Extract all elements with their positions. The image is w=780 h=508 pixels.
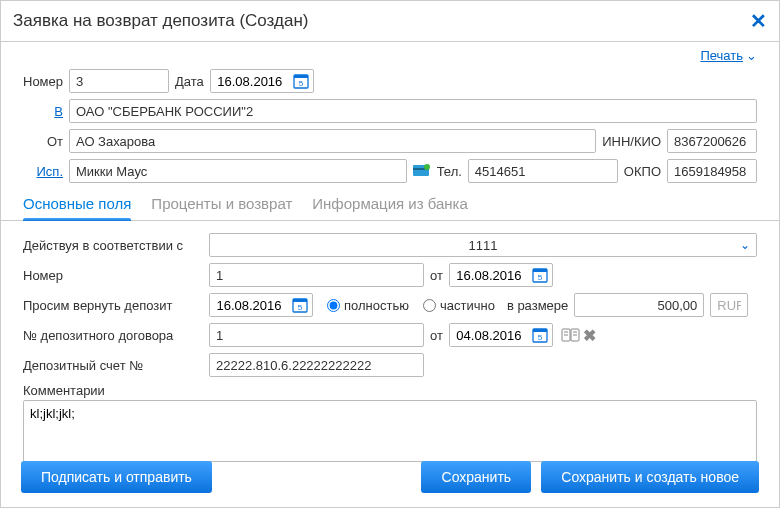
sign-send-button[interactable]: Подписать и отправить [21, 461, 212, 493]
svg-text:5: 5 [298, 303, 303, 312]
from-field [69, 129, 596, 153]
tel-label: Тел. [437, 164, 462, 179]
calendar-icon[interactable]: 5 [531, 326, 549, 344]
return-date-field[interactable] [210, 294, 288, 316]
clear-icon[interactable]: ✖ [583, 326, 596, 345]
acting-value: 1111 [469, 238, 498, 253]
dep-contract-label: № депозитного договора [23, 328, 203, 343]
contract-date-field[interactable] [450, 264, 528, 286]
lookup-icon[interactable] [561, 327, 581, 343]
calendar-icon[interactable]: 5 [531, 266, 549, 284]
innkio-label: ИНН/КИО [602, 134, 661, 149]
save-button[interactable]: Сохранить [421, 461, 531, 493]
from-label: От [23, 134, 63, 149]
close-icon[interactable]: ✕ [750, 9, 767, 33]
svg-point-5 [424, 164, 430, 170]
print-link[interactable]: Печать⌄ [700, 48, 757, 63]
return-date-wrap[interactable]: 5 [209, 293, 313, 317]
svg-text:5: 5 [538, 273, 543, 282]
svg-rect-7 [533, 269, 547, 272]
date-field[interactable] [211, 70, 289, 92]
number-label: Номер [23, 74, 63, 89]
titlebar: Заявка на возврат депозита (Создан) ✕ [1, 1, 779, 42]
okpo-field [667, 159, 757, 183]
comments-label: Комментарии [23, 383, 105, 398]
radio-partial[interactable] [423, 299, 436, 312]
action-bar: Подписать и отправить Сохранить Сохранит… [1, 449, 779, 507]
date-label: Дата [175, 74, 204, 89]
svg-rect-10 [293, 299, 307, 302]
card-icon[interactable] [413, 164, 431, 178]
svg-text:5: 5 [299, 79, 304, 88]
dep-contract-date-wrap[interactable]: 5 [449, 323, 553, 347]
currency-field [710, 293, 748, 317]
radio-full-label: полностью [344, 298, 409, 313]
tel-field[interactable] [468, 159, 618, 183]
number-field[interactable] [69, 69, 169, 93]
calendar-icon[interactable]: 5 [291, 296, 309, 314]
isp-field[interactable] [69, 159, 407, 183]
dep-account-field[interactable] [209, 353, 424, 377]
okpo-label: ОКПО [624, 164, 661, 179]
radio-partial-label: частично [440, 298, 495, 313]
window-title: Заявка на возврат депозита (Создан) [13, 11, 308, 31]
dialog-window: Заявка на возврат депозита (Создан) ✕ Пе… [0, 0, 780, 508]
tab-main[interactable]: Основные поля [23, 189, 131, 220]
to-label-link[interactable]: В [23, 104, 63, 119]
print-label: Печать [700, 48, 743, 63]
tab-content-main: Действуя в соответствии с 1111 ⌄ Номер о… [1, 221, 779, 465]
innkio-field [667, 129, 757, 153]
tab-bankinfo[interactable]: Информация из банка [312, 189, 468, 220]
contract-number-label: Номер [23, 268, 203, 283]
svg-text:5: 5 [538, 333, 543, 342]
ot-label-1: от [430, 268, 443, 283]
dep-contract-number-field[interactable] [209, 323, 424, 347]
dep-contract-date-field[interactable] [450, 324, 528, 346]
tab-percent[interactable]: Проценты и возврат [151, 189, 292, 220]
amount-label: в размере [507, 298, 568, 313]
calendar-icon[interactable]: 5 [292, 72, 310, 90]
date-field-wrap[interactable]: 5 [210, 69, 314, 93]
svg-rect-13 [533, 329, 547, 332]
dep-account-label: Депозитный счет № [23, 358, 203, 373]
radio-full[interactable] [327, 299, 340, 312]
svg-rect-1 [294, 75, 308, 78]
chevron-down-icon: ⌄ [740, 238, 750, 252]
to-field [69, 99, 757, 123]
ot-label-2: от [430, 328, 443, 343]
amount-field [574, 293, 704, 317]
chevron-down-icon: ⌄ [746, 48, 757, 63]
return-label: Просим вернуть депозит [23, 298, 203, 313]
tabs: Основные поля Проценты и возврат Информа… [1, 189, 779, 221]
acting-label: Действуя в соответствии с [23, 238, 203, 253]
save-new-button[interactable]: Сохранить и создать новое [541, 461, 759, 493]
isp-label-link[interactable]: Исп. [23, 164, 63, 179]
contract-date-wrap[interactable]: 5 [449, 263, 553, 287]
contract-number-field[interactable] [209, 263, 424, 287]
acting-dropdown[interactable]: 1111 ⌄ [209, 233, 757, 257]
